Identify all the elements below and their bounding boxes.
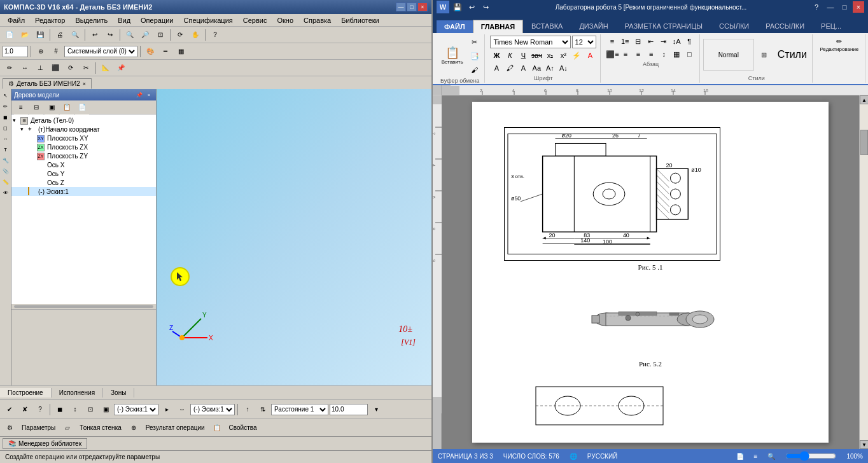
tb-line-button[interactable]: ━ — [158, 45, 172, 59]
ltb-fix-button[interactable]: 🔧 — [1, 155, 11, 165]
fontcase-button[interactable]: Аа — [530, 62, 543, 74]
scale-input[interactable] — [3, 46, 28, 57]
ltb-annot-button[interactable]: T — [1, 144, 11, 155]
tb-hatch-button[interactable]: ▦ — [174, 45, 188, 59]
menu-file[interactable]: Файл — [3, 15, 30, 25]
tb-sketch-button[interactable]: ✏ — [3, 61, 17, 75]
tree-tb-filter-button[interactable]: ▣ — [45, 100, 59, 114]
shading-button[interactable]: ▦ — [671, 48, 683, 60]
btb2-params-button[interactable]: ⚙ — [3, 421, 17, 435]
editing-button[interactable]: ✏ Редактирование — [816, 36, 862, 54]
tree-plane-xy-item[interactable]: XY Плоскость XY — [11, 134, 156, 142]
format-paint-button[interactable]: 🖌 — [468, 64, 482, 76]
copy-button[interactable]: 📑 — [468, 50, 482, 62]
ribbon-tab-review[interactable]: РЕЦ... — [813, 19, 850, 33]
tree-tb-props-button[interactable]: 📄 — [75, 100, 89, 114]
underline-button[interactable]: Ч — [517, 50, 529, 61]
btb-direction-button[interactable]: ↑ — [241, 403, 255, 417]
fontcolor2-button[interactable]: A — [517, 62, 529, 74]
tb-preview-button[interactable]: 🔍 — [68, 28, 82, 42]
btb-btn2[interactable]: ↕ — [68, 403, 82, 417]
highlight2-button[interactable]: 🖍 — [503, 62, 516, 74]
zoom-slider[interactable] — [785, 453, 836, 459]
tree-tb-collapse-button[interactable]: ⊟ — [29, 100, 43, 114]
tb-pan-button[interactable]: ✋ — [188, 28, 202, 42]
tree-axis-z-item[interactable]: Ось Z — [11, 178, 156, 187]
tb-measure-button[interactable]: 📐 — [99, 61, 113, 75]
menu-operations[interactable]: Операции — [136, 15, 178, 25]
sketch-select-2[interactable]: (-) Эскиз:1 — [190, 404, 235, 415]
ribbon-tab-home[interactable]: ГЛАВНАЯ — [473, 20, 523, 33]
menu-service[interactable]: Сервис — [238, 15, 272, 25]
tree-axis-x-item[interactable]: Ось X — [11, 160, 156, 169]
word-doc-area[interactable]: ø20 26 7 ø10 — [442, 95, 859, 449]
word-question-button[interactable]: ? — [811, 1, 822, 13]
menu-libraries[interactable]: Библиотеки — [336, 15, 384, 25]
scroll-track[interactable] — [860, 104, 868, 440]
scroll-thumb[interactable] — [860, 130, 868, 155]
ribbon-tab-layout[interactable]: РАЗМЕТКА СТРАНИЦЫ — [617, 19, 711, 33]
tb-help-button[interactable]: ? — [208, 28, 222, 42]
cut-button[interactable]: ✂ — [468, 36, 482, 48]
btb-btn4[interactable]: ▣ — [99, 403, 113, 417]
shrink-button[interactable]: A↓ — [557, 62, 570, 74]
fontcolor-button[interactable]: A — [584, 50, 596, 61]
tree-root-item[interactable]: ▾ ⚙ Деталь (Тел-0) — [11, 116, 156, 125]
styles-gallery-button[interactable]: Normal — [703, 39, 754, 71]
tree-scrollbar[interactable] — [14, 305, 153, 308]
panel-pin-button[interactable]: 📌 — [135, 91, 144, 99]
subscript-button[interactable]: x₂ — [543, 50, 556, 61]
tab-zones[interactable]: Зоны — [103, 388, 134, 397]
align-left-button[interactable]: ⬛≡ — [606, 48, 619, 60]
ltb-meas-button[interactable]: 📏 — [1, 177, 11, 187]
btb2-wall-button[interactable]: ▱ — [60, 421, 74, 435]
tree-tb-expand-button[interactable]: ≡ — [14, 100, 28, 114]
number-list-button[interactable]: 1≡ — [619, 36, 631, 47]
tree-plane-zx-item[interactable]: ZX Плоскость ZX — [11, 142, 156, 151]
menu-view[interactable]: Вид — [113, 15, 136, 25]
doc-tab-1[interactable]: ⚙ Деталь БЕЗ ИМЕНИ2 × — [3, 78, 92, 89]
styles-panel-button[interactable]: ⊞ — [755, 39, 773, 71]
btb-btn3[interactable]: ⊡ — [83, 403, 97, 417]
tb-redo-button[interactable]: ↪ — [103, 28, 117, 42]
italic-button[interactable]: К — [503, 50, 516, 61]
ltb-sketch2d-button[interactable]: ✏ — [1, 101, 11, 111]
ribbon-tab-refs[interactable]: ССЫЛКИ — [711, 19, 757, 33]
word-minimize-button[interactable]: — — [825, 1, 836, 13]
line-spacing-button[interactable]: ↕ — [658, 48, 670, 60]
ribbon-tab-design[interactable]: ДИЗАЙН — [571, 19, 616, 33]
qa-undo-button[interactable]: ↩ — [466, 1, 477, 13]
tb-fit-button[interactable]: ⊡ — [153, 28, 167, 42]
tb-grid-button[interactable]: # — [49, 45, 63, 59]
tb-snap-button[interactable]: ⊕ — [34, 45, 48, 59]
word-vscrollbar[interactable]: ▲ ▼ — [859, 95, 868, 449]
qa-redo-button[interactable]: ↪ — [480, 1, 491, 13]
ltb-view-button[interactable]: 👁 — [1, 188, 11, 198]
tb-zoom-out-button[interactable]: 🔎 — [138, 28, 152, 42]
tb-undo-button[interactable]: ↩ — [88, 28, 102, 42]
manager-button[interactable]: 📚 Менеджер библиотек — [3, 438, 87, 449]
word-close-button[interactable]: × — [853, 1, 864, 13]
btb-btn5[interactable]: ▸ — [160, 403, 174, 417]
ltb-body-button[interactable]: ◼ — [1, 112, 11, 122]
tb-extrude-button[interactable]: ⬛ — [48, 61, 62, 75]
tb-constraint-button[interactable]: ⊥ — [33, 61, 47, 75]
menu-spec[interactable]: Спецификация — [179, 15, 238, 25]
btb-help2-button[interactable]: ? — [33, 403, 47, 417]
btb-btn1[interactable]: ◼ — [53, 403, 67, 417]
btb-cancel-button[interactable]: ✘ — [18, 403, 32, 417]
tb-dimension-button[interactable]: ↔ — [18, 61, 32, 75]
tb-ref-button[interactable]: 📌 — [114, 61, 128, 75]
strikethrough-button[interactable]: зач — [530, 50, 543, 61]
bullet-list-button[interactable]: ≡ — [606, 36, 618, 47]
grow-button[interactable]: A↑ — [543, 62, 556, 74]
word-maximize-button[interactable]: □ — [839, 1, 850, 13]
tree-origin-item[interactable]: ▾ ⌖ (т)Начало координат — [11, 125, 156, 134]
superscript-button[interactable]: x² — [557, 50, 570, 61]
panel-close-button[interactable]: × — [144, 91, 153, 99]
tb-color-button[interactable]: 🎨 — [143, 45, 157, 59]
tree-sketch-item[interactable]: (-) Эскиз:1 — [11, 187, 156, 196]
ltb-ref-button[interactable]: 📎 — [1, 166, 11, 176]
highlight-button[interactable]: ⚡ — [570, 50, 583, 61]
tb-rotate-button[interactable]: ⟳ — [173, 28, 187, 42]
